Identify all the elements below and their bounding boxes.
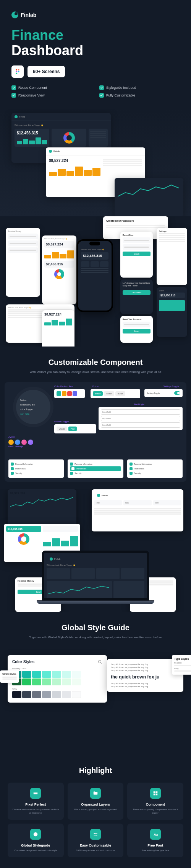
gear-icon: [71, 467, 74, 470]
check-icon: [99, 93, 104, 98]
check-icon: [11, 93, 16, 98]
menu-item-security: Security: [74, 472, 81, 474]
highlight-desc: Distance and measure using an even multi…: [11, 808, 60, 814]
menu-item-preferences: Preferences: [134, 468, 144, 470]
avatar-icon: [15, 440, 20, 445]
button-secondary: Button: [104, 391, 114, 396]
popup-item: Button: [20, 398, 47, 402]
figma-badge: [11, 65, 24, 78]
balance-stat: $8,527.224: [44, 312, 72, 316]
color-styles-panel: Color Styles Primary Color: [8, 655, 107, 703]
svg-point-12: [34, 832, 38, 837]
avatar-icon: [21, 440, 27, 445]
shield-icon: [129, 472, 133, 475]
donut-chart-icon: [54, 269, 64, 279]
cta-button: Get Started: [123, 290, 151, 295]
color-swatch: [22, 678, 31, 685]
type-sample-text: the quick brown fox jumps over the lazy …: [111, 682, 148, 685]
mini-brand: Finlab: [54, 558, 60, 560]
feature-reuse-component: Reuse Component: [11, 85, 92, 90]
svg-point-3: [18, 71, 19, 72]
color-swatch: [52, 691, 61, 698]
highlight-free-font: Aa Free Font Free existing free type fac…: [127, 824, 183, 857]
line-chart-icon: [48, 582, 110, 598]
balance-stat: $12,456.315: [83, 254, 107, 258]
feature-label: Responsive View: [18, 93, 45, 97]
feature-styleguide: Styleguide Included: [99, 85, 180, 90]
screens-count-badge: 60+ Screens: [28, 66, 65, 77]
area-chart-icon: [10, 495, 74, 510]
color-swatch: [72, 671, 81, 678]
section-title-styleguide: Global Style Guide: [0, 623, 191, 632]
popup-item: voice Toggle: [20, 407, 47, 412]
component-icon: [150, 788, 161, 799]
feature-label: Styleguide Included: [106, 86, 136, 90]
menu-item-personal: Personal Information: [134, 463, 152, 465]
balance-stat: $12,456.315: [8, 528, 40, 530]
balance-stat: $8,527.224: [49, 159, 100, 163]
highlight-desc: File is sorted, grouped and well organiz…: [71, 808, 120, 811]
settings-title: Settings: [159, 230, 185, 232]
palette-icon: [30, 829, 41, 840]
welcome-text: Welcome back, Rainer Yaeger 👋: [15, 124, 108, 126]
highlight-title: Free Font: [131, 843, 180, 847]
welcome-text: Welcome back, Rainer Yaeger 👋: [47, 564, 144, 566]
svg-line-6: [101, 663, 102, 664]
svg-rect-9: [155, 791, 157, 793]
color-swatch: [62, 671, 71, 678]
toggle-label: Settings Toggle: [147, 392, 160, 394]
component-label-invoice: Invoice Toggle: [54, 420, 69, 423]
svg-point-15: [94, 833, 95, 834]
component-label-button: Button: [92, 385, 99, 387]
export-button: Export: [123, 252, 151, 256]
svg-rect-11: [155, 794, 157, 796]
gear-icon: [129, 467, 133, 470]
svg-rect-7: [34, 793, 38, 794]
folder-icon: [90, 788, 101, 799]
color-swatch: [22, 691, 31, 698]
dashboard-layouts-collage: $8,527.224 Finlab Total Total Total $12,…: [0, 489, 191, 612]
styleguide-preview: Color Styles Primary Color: [0, 647, 191, 755]
user-icon: [11, 463, 14, 466]
laptop-mockup: Finlab Welcome back, Rainer Yaeger 👋: [42, 551, 149, 604]
mini-brand: Finlab: [53, 150, 60, 152]
brand-logo: Finlab: [11, 11, 180, 18]
svg-point-1: [18, 69, 19, 71]
section-title-highlight: Highlight: [0, 766, 191, 775]
code-styles-label: CODE Styles: [2, 673, 17, 675]
color-swatch: [62, 691, 71, 698]
improve-text: Let's improve your financial task today …: [123, 282, 151, 287]
section-subtitle-customizable: With Variant you can easily to, change c…: [0, 370, 191, 374]
component-label-color: Color Backup Rev: [54, 385, 73, 387]
type-styles-panel: Type Styles Headline Body: [172, 655, 191, 675]
svg-point-16: [96, 835, 97, 835]
color-swatch: [42, 691, 51, 698]
feature-label: Fully Customizable: [106, 93, 135, 97]
receive-money-title: Receive Money: [8, 230, 38, 232]
color-swatch: [42, 678, 51, 685]
sliders-icon: [90, 829, 101, 840]
svg-point-4: [16, 73, 17, 74]
type-sample-text: the quick brown fox jumps over the lazy …: [111, 685, 148, 688]
toggle-option: Unpaid: [57, 427, 67, 431]
color-swatch: [52, 671, 61, 678]
ruler-icon: [30, 788, 41, 799]
color-styles-title: Color Styles: [12, 660, 34, 664]
section-subtitle-styleguide: Together with Global Style Guide, workin…: [0, 635, 191, 640]
balance-stat: $8,527.224: [46, 242, 73, 246]
shield-icon: [70, 472, 73, 475]
svg-point-5: [99, 660, 101, 663]
feature-responsive: Responsive View: [11, 93, 92, 98]
svg-rect-8: [153, 791, 155, 793]
section-title-customizable: Customizable Component: [0, 358, 191, 367]
balance-stat: $2,456.315: [46, 262, 73, 266]
highlight-title: Organized Layers: [71, 803, 120, 806]
hero-title-main: Dashboard: [11, 43, 83, 58]
component-label-avatar: Avatar: [8, 436, 15, 438]
figma-icon: [15, 69, 21, 75]
highlight-pixel-perfect: Pixel Perfect Distance and measure using…: [8, 783, 64, 820]
welcome-text: Welcome back, Rainer Yaeger 👋: [8, 307, 72, 309]
brand-logo-icon: [11, 11, 18, 18]
mini-brand: Finlab: [19, 116, 25, 118]
button-primary: Button: [93, 391, 103, 396]
